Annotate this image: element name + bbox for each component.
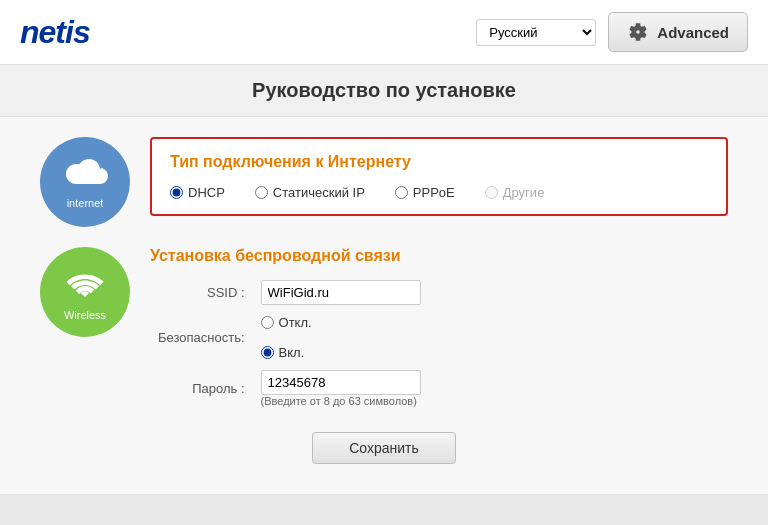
ssid-input[interactable] (261, 280, 421, 305)
security-label: Безопасность: (150, 310, 253, 365)
gear-icon (627, 21, 649, 43)
logo: netis (20, 14, 90, 51)
radio-pppoe[interactable]: PPPoE (395, 185, 455, 200)
radio-other-label: Другие (503, 185, 545, 200)
password-input[interactable] (261, 370, 421, 395)
wireless-circle-label: Wireless (64, 309, 106, 321)
security-off-label[interactable]: Откл. (261, 315, 720, 330)
wifi-icon (59, 263, 111, 305)
password-label: Пароль : (150, 365, 253, 412)
password-hint: (Введите от 8 до 63 символов) (261, 395, 720, 407)
save-row: Сохранить (40, 432, 728, 474)
page-title: Руководство по установке (0, 65, 768, 117)
connection-type-group: DHCP Статический IP PPPoE Другие (170, 185, 708, 200)
wireless-section: Wireless Установка беспроводной связи SS… (40, 247, 728, 412)
password-row: Пароль : (Введите от 8 до 63 символов) (150, 365, 728, 412)
svg-point-0 (636, 29, 642, 35)
language-select[interactable]: Русский English 中文 (476, 19, 596, 46)
security-off-text: Откл. (279, 315, 312, 330)
internet-section: internet Тип подключения к Интернету DHC… (40, 137, 728, 227)
radio-dhcp-label: DHCP (188, 185, 225, 200)
radio-pppoe-input[interactable] (395, 186, 408, 199)
wireless-form-table: SSID : Безопасность: Откл. (150, 275, 728, 412)
save-button[interactable]: Сохранить (312, 432, 456, 464)
header: netis Русский English 中文 Advanced (0, 0, 768, 65)
internet-icon-circle: internet (40, 137, 130, 227)
security-on-radio[interactable] (261, 346, 274, 359)
radio-pppoe-label: PPPoE (413, 185, 455, 200)
wireless-form-box: Установка беспроводной связи SSID : Безо… (150, 247, 728, 412)
radio-dhcp-input[interactable] (170, 186, 183, 199)
security-on-label[interactable]: Вкл. (261, 345, 720, 360)
radio-dhcp[interactable]: DHCP (170, 185, 225, 200)
security-row: Безопасность: Откл. Вкл. (150, 310, 728, 365)
advanced-button[interactable]: Advanced (608, 12, 748, 52)
radio-other-input (485, 186, 498, 199)
advanced-label: Advanced (657, 24, 729, 41)
wireless-section-title: Установка беспроводной связи (150, 247, 728, 265)
radio-static[interactable]: Статический IP (255, 185, 365, 200)
ssid-label: SSID : (150, 275, 253, 310)
wireless-icon-circle: Wireless (40, 247, 130, 337)
security-on-text: Вкл. (279, 345, 305, 360)
internet-section-title: Тип подключения к Интернету (170, 153, 708, 171)
radio-other[interactable]: Другие (485, 185, 545, 200)
header-right: Русский English 中文 Advanced (476, 12, 748, 52)
radio-static-input[interactable] (255, 186, 268, 199)
radio-static-label: Статический IP (273, 185, 365, 200)
cloud-icon (59, 155, 111, 193)
internet-circle-label: internet (67, 197, 104, 209)
main-content: internet Тип подключения к Интернету DHC… (0, 117, 768, 494)
ssid-row: SSID : (150, 275, 728, 310)
internet-connection-box: Тип подключения к Интернету DHCP Статиче… (150, 137, 728, 216)
security-off-radio[interactable] (261, 316, 274, 329)
